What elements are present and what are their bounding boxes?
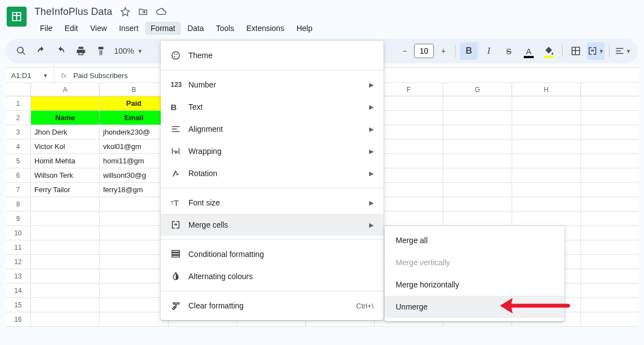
theme-icon [171, 50, 184, 60]
menu-merge-cells[interactable]: Merge cells▶ [161, 214, 384, 236]
row-header[interactable]: 2 [6, 111, 31, 125]
col-header[interactable]: G [443, 83, 512, 96]
menu-tools[interactable]: Tools [211, 22, 240, 35]
conditional-icon [171, 249, 184, 259]
menu-format[interactable]: Format [145, 22, 181, 35]
name-box[interactable]: A1:D1▼ [6, 68, 54, 83]
menu-alignment[interactable]: Alignment▶ [161, 118, 384, 140]
app-header: TheInfoPlus Data File Edit View Insert F… [0, 0, 644, 35]
menu-alternating-colours[interactable]: Alternating colours [161, 265, 384, 287]
paint-format-icon[interactable] [92, 42, 110, 60]
menu-number[interactable]: 123 Number▶ [161, 74, 384, 96]
search-icon[interactable] [12, 42, 30, 60]
sheets-logo-icon[interactable] [7, 7, 27, 27]
move-folder-icon[interactable] [138, 7, 148, 17]
horizontal-align-button[interactable]: ▼ [614, 42, 632, 60]
wrap-icon [171, 146, 184, 156]
format-dropdown: Theme 123 Number▶ B Text▶ Alignment▶ Wra… [161, 41, 384, 320]
text-color-button[interactable]: A [520, 42, 538, 60]
fill-color-button[interactable] [540, 42, 558, 60]
rotation-icon [171, 168, 184, 178]
merge-icon [171, 220, 184, 230]
strikethrough-button[interactable]: S [500, 42, 518, 60]
menu-data[interactable]: Data [182, 22, 209, 35]
font-size-decrease[interactable]: − [397, 44, 412, 58]
star-icon[interactable] [120, 7, 130, 17]
align-icon [171, 124, 184, 134]
col-header[interactable]: B [100, 83, 168, 96]
number-icon: 123 [171, 81, 184, 89]
menu-help[interactable]: Help [291, 22, 318, 35]
menu-theme[interactable]: Theme [161, 44, 384, 66]
zoom-select[interactable]: 100%▼ [112, 47, 145, 55]
col-header[interactable]: H [512, 83, 581, 96]
menu-extensions[interactable]: Extensions [241, 22, 289, 35]
redo-icon[interactable] [52, 42, 70, 60]
font-size-icon: TT [171, 198, 184, 208]
menu-clear-formatting[interactable]: Clear formatting Ctrl+\ [161, 295, 384, 317]
menu-insert[interactable]: Insert [114, 22, 144, 35]
font-size-increase[interactable]: + [436, 44, 451, 58]
svg-point-1 [174, 54, 175, 55]
print-icon[interactable] [72, 42, 90, 60]
row-header[interactable]: 1 [6, 96, 31, 110]
merge-all[interactable]: Merge all [385, 229, 564, 251]
svg-point-3 [174, 56, 175, 57]
menu-font-size[interactable]: TT Font size▶ [161, 192, 384, 214]
menu-text[interactable]: B Text▶ [161, 96, 384, 118]
menu-conditional-formatting[interactable]: Conditional formatting [161, 243, 384, 265]
unmerge[interactable]: Unmerge [385, 296, 564, 318]
document-title[interactable]: TheInfoPlus Data [34, 6, 113, 18]
menu-rotation[interactable]: Rotation▶ [161, 162, 384, 184]
merge-horizontally[interactable]: Merge horizontally [385, 274, 564, 296]
borders-button[interactable] [567, 42, 585, 60]
menu-file[interactable]: File [34, 22, 58, 35]
clear-format-icon [171, 301, 184, 311]
svg-point-0 [172, 52, 180, 59]
merge-vertically: Merge vertically [385, 251, 564, 274]
menu-view[interactable]: View [85, 22, 113, 35]
menu-wrapping[interactable]: Wrapping▶ [161, 140, 384, 162]
menu-edit[interactable]: Edit [59, 22, 84, 35]
bold-icon: B [171, 102, 184, 112]
formula-input[interactable]: Paid Subscribers [73, 71, 127, 80]
menu-bar: File Edit View Insert Format Data Tools … [34, 20, 637, 37]
select-all-corner[interactable] [6, 83, 31, 96]
merge-cells-submenu: Merge all Merge vertically Merge horizon… [385, 226, 564, 321]
bold-button[interactable]: B [460, 42, 478, 60]
col-header[interactable]: F [375, 83, 443, 96]
svg-point-2 [176, 54, 177, 55]
droplet-icon [171, 271, 184, 281]
italic-button[interactable]: I [480, 42, 498, 60]
col-header[interactable]: A [31, 83, 100, 96]
fx-icon: fx [54, 71, 73, 80]
merge-cells-button[interactable]: ▼ [587, 42, 605, 60]
undo-icon[interactable] [32, 42, 50, 60]
font-size-input[interactable] [414, 44, 434, 58]
cloud-status-icon[interactable] [156, 6, 167, 17]
